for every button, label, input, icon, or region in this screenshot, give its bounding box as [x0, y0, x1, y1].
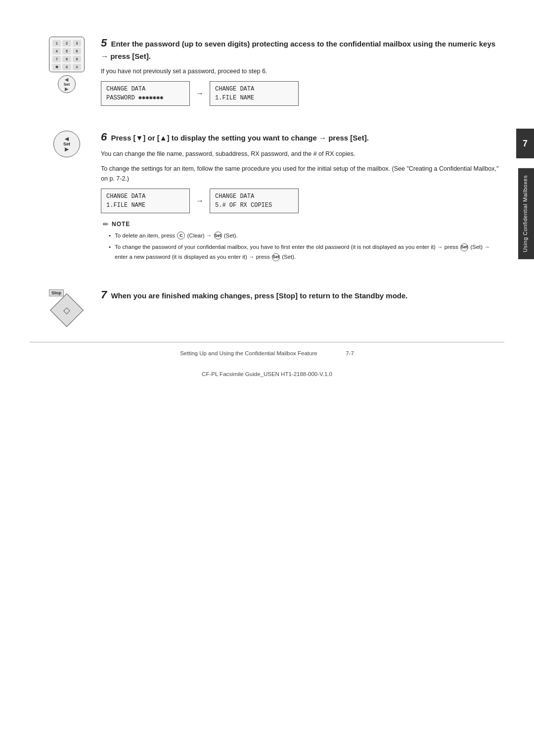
set-button-step6: ◀ Set ▶ [53, 131, 80, 157]
step5-number: 5 [101, 37, 107, 49]
main-content: 1 2 3 4 5 6 7 8 9 ✱ 0 # ◀ Set [44, 20, 504, 324]
keypad-icon: 1 2 3 4 5 6 7 8 9 ✱ 0 # [49, 37, 85, 72]
step5-icon: 1 2 3 4 5 6 7 8 9 ✱ 0 # ◀ Set [44, 37, 89, 93]
key-2: 2 [62, 40, 71, 47]
note-list: To delete an item, press C (Clear) → Set… [103, 231, 504, 262]
step5-heading: 5 Enter the password (up to seven digits… [101, 35, 504, 62]
note-pencil-icon: ✏ [103, 220, 109, 228]
step5-lcd1-line2: PASSWORD ✱✱✱✱✱✱✱ [106, 94, 184, 102]
stop-icon-wrapper: Stop ◇ [49, 288, 85, 324]
step7-number: 7 [101, 288, 107, 301]
bottom-divider [30, 342, 504, 342]
key-0: 0 [62, 64, 71, 70]
step5-lcd1-line1: CHANGE DATA [106, 85, 184, 94]
stop-label-text: Stop [51, 290, 61, 295]
key-3: 3 [73, 40, 81, 47]
step6-heading-text: Press [▼] or [▲] to display the setting … [111, 134, 368, 142]
side-tab: Using Confidential Mailboxes [518, 168, 534, 259]
step6-lcd-row: CHANGE DATA 1.FILE NAME → CHANGE DATA 5.… [101, 189, 504, 213]
step5-section: 1 2 3 4 5 6 7 8 9 ✱ 0 # ◀ Set [44, 35, 504, 111]
key-1: 1 [52, 40, 61, 47]
key-4: 4 [52, 48, 61, 54]
key-8: 8 [62, 56, 71, 62]
step7-content: 7 When you are finished making changes, … [101, 286, 504, 307]
note-item-1: To delete an item, press C (Clear) → Set… [109, 231, 504, 241]
step6-body2: To change the settings for an item, foll… [101, 164, 504, 184]
footer-bottom: CF-PL Facsimile Guide_USEN HT1-2188-000-… [0, 371, 534, 377]
step7-icon: Stop ◇ [44, 288, 89, 324]
footer-page-number: 7-7 [346, 350, 354, 356]
step7-heading-text: When you are finished making changes, pr… [111, 291, 407, 300]
chapter-tab: 7 [516, 129, 534, 158]
step6-icon: ◀ Set ▶ [44, 131, 89, 157]
key-6: 6 [73, 48, 81, 54]
set-button-note2a: Set [460, 243, 468, 251]
set-button-step5: ◀ Set ▶ [58, 75, 76, 93]
stop-diamond-icon: ◇ [50, 293, 84, 327]
step5-lcd2: CHANGE DATA 1.FILE NAME [210, 81, 299, 106]
arrow-down-icon: ▶ [65, 87, 68, 92]
chapter-number: 7 [523, 139, 528, 149]
step6-body1-text: You can change the file name, password, … [101, 150, 355, 157]
step5-body: If you have not previously set a passwor… [101, 66, 504, 76]
step6-lcd-arrow: → [196, 196, 204, 205]
step6-heading: 6 Press [▼] or [▲] to display the settin… [101, 129, 504, 145]
note-item-2: To change the password of your confident… [109, 242, 504, 262]
step5-lcd1: CHANGE DATA PASSWORD ✱✱✱✱✱✱✱ [101, 81, 190, 106]
step6-number: 6 [101, 131, 107, 143]
step6-lcd2-line2: 5.# OF RX COPIES [215, 201, 293, 210]
step6-lcd2: CHANGE DATA 5.# OF RX COPIES [210, 189, 299, 213]
step6-lcd1-line2: 1.FILE NAME [106, 201, 184, 210]
step5-heading-text: Enter the password (up to seven digits) … [101, 40, 495, 60]
page-container: 7 Using Confidential Mailboxes 1 2 3 4 5… [0, 0, 534, 756]
step5-lcd2-line2: 1.FILE NAME [215, 94, 293, 102]
key-hash: # [73, 64, 81, 70]
stop-diamond-symbol: ◇ [63, 305, 70, 316]
step7-heading: 7 When you are finished making changes, … [101, 286, 504, 303]
step5-lcd-arrow: → [196, 89, 204, 98]
side-tab-label: Using Confidential Mailboxes [522, 175, 528, 252]
note-section: ✏ NOTE To delete an item, press C (Clear… [101, 220, 504, 262]
step6-body1: You can change the file name, password, … [101, 149, 504, 159]
footer-center-text: Setting Up and Using the Confidential Ma… [180, 350, 317, 356]
step7-section: Stop ◇ 7 When you are finished making ch… [44, 286, 504, 324]
step6-body2-text: To change the settings for an item, foll… [101, 165, 498, 182]
key-star: ✱ [52, 64, 61, 70]
key-5: 5 [62, 48, 71, 54]
arrow-up-icon: ◀ [65, 77, 68, 82]
step5-content: 5 Enter the password (up to seven digits… [101, 35, 504, 111]
step5-body-text: If you have not previously set a passwor… [101, 68, 267, 75]
stop-label-tag: Stop [49, 289, 64, 296]
step6-lcd1-line1: CHANGE DATA [106, 192, 184, 201]
step6-button-arrows: ◀ Set ▶ [63, 136, 70, 152]
footer-center: Setting Up and Using the Confidential Ma… [0, 350, 534, 356]
set-button-note2b: Set [272, 253, 280, 261]
step5-lcd2-line1: CHANGE DATA [215, 85, 293, 94]
step6-lcd1: CHANGE DATA 1.FILE NAME [101, 189, 190, 213]
step5-lcd-row: CHANGE DATA PASSWORD ✱✱✱✱✱✱✱ → CHANGE DA… [101, 81, 504, 106]
note-header: ✏ NOTE [103, 220, 504, 228]
clear-button-icon: C [177, 232, 185, 239]
key-9: 9 [73, 56, 81, 62]
step6-section: ◀ Set ▶ 6 Press [▼] or [▲] to display th… [44, 129, 504, 269]
key-7: 7 [52, 56, 61, 62]
set-button-note1: Set [214, 232, 222, 239]
set-button-arrows: ◀ Set ▶ [64, 77, 70, 92]
step6-lcd2-line1: CHANGE DATA [215, 192, 293, 201]
footer-bottom-text: CF-PL Facsimile Guide_USEN HT1-2188-000-… [202, 371, 332, 377]
note-label: NOTE [112, 221, 130, 228]
step6-content: 6 Press [▼] or [▲] to display the settin… [101, 129, 504, 269]
